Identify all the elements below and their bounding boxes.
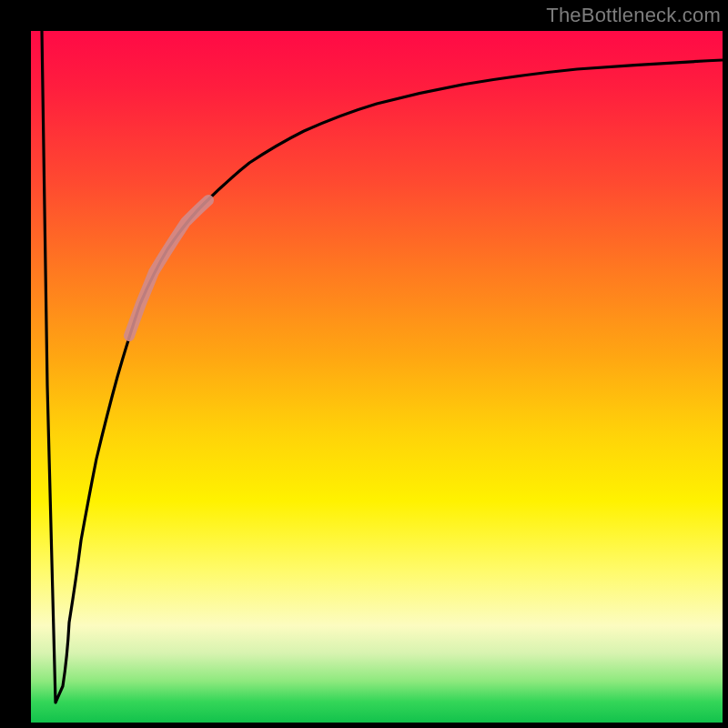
chart-stage: TheBottleneck.com [0, 0, 728, 728]
watermark-text: TheBottleneck.com [546, 4, 721, 27]
plot-area [31, 31, 723, 723]
curve-svg [31, 31, 723, 723]
highlight-segment [129, 200, 208, 336]
bottleneck-curve [42, 31, 723, 703]
